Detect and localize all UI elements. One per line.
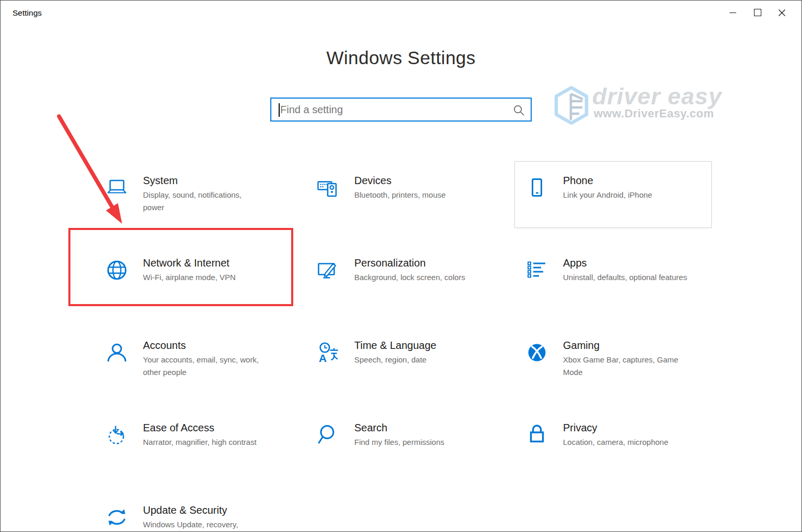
tile-gaming[interactable]: Gaming Xbox Game Bar, captures, Game Mod… — [515, 327, 711, 392]
search-input[interactable] — [271, 99, 531, 120]
search-box — [270, 98, 532, 122]
tile-network-internet[interactable]: Network & Internet Wi-Fi, airplane mode,… — [95, 244, 306, 310]
tile-privacy[interactable]: Privacy Location, camera, microphone — [515, 409, 711, 475]
close-icon — [778, 9, 786, 17]
tile-subtitle: Bluetooth, printers, mouse — [354, 189, 446, 201]
maximize-button[interactable] — [745, 3, 770, 22]
tile-subtitle: Background, lock screen, colors — [354, 271, 465, 284]
tile-title: Time & Language — [354, 340, 436, 351]
close-button[interactable] — [770, 3, 794, 22]
phone-icon — [524, 175, 549, 200]
apps-icon — [524, 258, 549, 283]
text-cursor — [279, 103, 280, 117]
title-bar: Settings — [1, 1, 801, 27]
maximize-icon — [754, 9, 761, 16]
tile-accounts[interactable]: Accounts Your accounts, email, sync, wor… — [95, 327, 306, 392]
tile-title: Search — [354, 422, 445, 433]
lock-icon — [524, 422, 549, 448]
tile-title: System — [143, 175, 263, 186]
tile-title: Privacy — [563, 422, 668, 433]
tile-title: Devices — [354, 175, 446, 186]
devices-icon — [316, 175, 341, 200]
tile-subtitle: Xbox Game Bar, captures, Game Mode — [563, 354, 693, 379]
driver-easy-logo-icon — [554, 85, 589, 126]
tile-subtitle: Link your Android, iPhone — [563, 189, 652, 201]
tile-title: Gaming — [563, 340, 693, 351]
tile-title: Phone — [563, 175, 652, 186]
tile-title: Update & Security — [143, 504, 238, 516]
search-icon — [513, 104, 525, 116]
window-controls — [721, 3, 794, 22]
tile-system[interactable]: System Display, sound, notifications, po… — [95, 162, 306, 227]
tile-subtitle: Narrator, magnifier, high contrast — [143, 436, 257, 449]
tile-update-security[interactable]: Update & Security Windows Update, recove… — [95, 491, 306, 532]
tile-devices[interactable]: Devices Bluetooth, printers, mouse — [306, 162, 515, 227]
time-language-icon: A — [316, 340, 341, 365]
watermark-url: www.DriverEasy.com — [594, 107, 714, 120]
search-magnifier-icon — [316, 422, 341, 448]
minimize-button[interactable] — [721, 3, 745, 22]
sync-icon — [104, 505, 129, 530]
tile-phone[interactable]: Phone Link your Android, iPhone — [515, 162, 711, 227]
personalization-icon — [316, 258, 341, 283]
ease-of-access-icon — [104, 422, 129, 448]
tile-title: Accounts — [143, 340, 263, 351]
minimize-icon — [729, 13, 736, 13]
tile-apps[interactable]: Apps Uninstall, defaults, optional featu… — [515, 244, 711, 310]
tile-title: Network & Internet — [143, 257, 236, 269]
settings-grid: System Display, sound, notifications, po… — [95, 162, 711, 532]
svg-text:A: A — [319, 352, 327, 364]
globe-icon — [104, 258, 129, 283]
tile-subtitle: Windows Update, recovery, — [143, 518, 238, 531]
watermark-brand: driver easy — [592, 83, 722, 110]
tile-subtitle: Speech, region, date — [354, 354, 436, 366]
tile-search[interactable]: Search Find my files, permissions — [306, 409, 515, 475]
laptop-icon — [104, 175, 129, 200]
tile-subtitle: Uninstall, defaults, optional features — [563, 271, 687, 284]
window-title: Settings — [13, 8, 42, 18]
tile-subtitle: Display, sound, notifications, power — [143, 189, 263, 214]
tile-title: Personalization — [354, 257, 465, 269]
tile-subtitle: Find my files, permissions — [354, 436, 445, 449]
xbox-icon — [524, 340, 549, 365]
tile-subtitle: Wi-Fi, airplane mode, VPN — [143, 271, 236, 284]
tile-title: Ease of Access — [143, 422, 257, 433]
settings-window: Settings Windows Settings — [0, 0, 802, 532]
tile-title: Apps — [563, 257, 687, 269]
accounts-icon — [104, 340, 129, 365]
page-title: Windows Settings — [1, 47, 801, 68]
tile-time-language[interactable]: A Time & Language Speech, region, date — [306, 327, 515, 392]
tile-ease-of-access[interactable]: Ease of Access Narrator, magnifier, high… — [95, 409, 306, 475]
tile-subtitle: Your accounts, email, sync, work, other … — [143, 354, 263, 379]
tile-subtitle: Location, camera, microphone — [563, 436, 668, 449]
tile-personalization[interactable]: Personalization Background, lock screen,… — [306, 244, 515, 310]
